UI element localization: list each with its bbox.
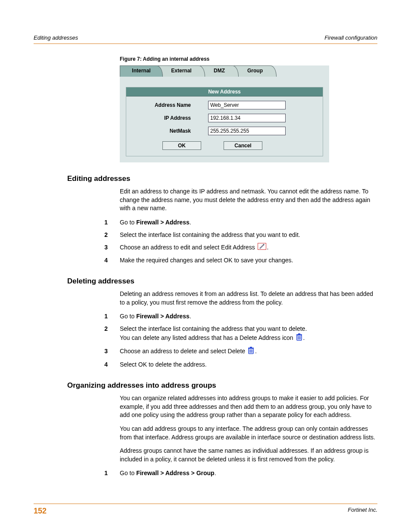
step-text: Choose an address to edit and select Edi… bbox=[120, 243, 377, 252]
label-address-name: Address Name bbox=[135, 102, 208, 108]
label-netmask: NetMask bbox=[135, 128, 208, 134]
svg-rect-11 bbox=[248, 348, 254, 348]
heading-deleting-addresses: Deleting addresses bbox=[67, 277, 377, 286]
svg-rect-5 bbox=[296, 334, 302, 335]
page-footer: 152 Fortinet Inc. bbox=[34, 504, 377, 516]
step-text: Select OK to delete the address. bbox=[120, 360, 377, 369]
edit-address-icon bbox=[258, 243, 266, 252]
page-number: 152 bbox=[34, 507, 47, 516]
tab-external[interactable]: External bbox=[158, 65, 205, 77]
svg-rect-6 bbox=[298, 333, 300, 334]
step-number: 1 bbox=[34, 469, 120, 478]
delete-address-icon bbox=[296, 333, 302, 343]
heading-editing-addresses: Editing addresses bbox=[67, 174, 377, 183]
step-number: 3 bbox=[34, 347, 120, 357]
tab-row: Internal External DMZ Group bbox=[120, 65, 329, 78]
step-text: Go to Firewall > Address > Group. bbox=[120, 469, 377, 478]
step-number: 4 bbox=[34, 256, 120, 265]
para-groups-1: You can organize related addresses into … bbox=[120, 394, 377, 420]
step-number: 1 bbox=[34, 218, 120, 227]
step-number: 2 bbox=[34, 324, 120, 343]
figure-screenshot: Internal External DMZ Group New Address … bbox=[120, 65, 329, 162]
ok-button[interactable]: OK bbox=[162, 141, 201, 150]
step-text: Make the required changes and select OK … bbox=[120, 256, 377, 265]
tab-group[interactable]: Group bbox=[234, 65, 277, 77]
step-number: 3 bbox=[34, 243, 120, 252]
header-left: Editing addresses bbox=[34, 34, 78, 41]
footer-company: Fortinet Inc. bbox=[348, 507, 377, 516]
para-groups-3: Address groups cannot have the same name… bbox=[120, 447, 377, 464]
para-edit-intro: Edit an address to change its IP address… bbox=[120, 187, 377, 213]
figure-caption: Figure 7: Adding an internal address bbox=[120, 56, 377, 62]
tab-dmz[interactable]: DMZ bbox=[200, 65, 239, 77]
step-text: Select the interface list containing the… bbox=[120, 230, 377, 240]
step-number: 4 bbox=[34, 360, 120, 369]
step-number: 2 bbox=[34, 230, 120, 240]
header-right: Firewall configuration bbox=[324, 34, 377, 41]
svg-rect-12 bbox=[250, 347, 252, 348]
cancel-button[interactable]: Cancel bbox=[224, 141, 262, 150]
step-text: Go to Firewall > Address. bbox=[120, 312, 377, 321]
para-delete-intro: Deleting an address removes it from an a… bbox=[120, 290, 377, 307]
delete-icon bbox=[248, 347, 254, 357]
input-netmask[interactable] bbox=[208, 127, 286, 135]
step-text: Go to Firewall > Address. bbox=[120, 218, 377, 227]
para-groups-2: You can add address groups to any interf… bbox=[120, 425, 377, 442]
step-number: 1 bbox=[34, 312, 120, 321]
running-header: Editing addresses Firewall configuration bbox=[34, 34, 377, 44]
heading-address-groups: Organizing addresses into address groups bbox=[67, 381, 377, 390]
tab-internal[interactable]: Internal bbox=[120, 65, 163, 77]
input-address-name[interactable] bbox=[208, 101, 286, 109]
panel-title: New Address bbox=[126, 87, 323, 96]
step-text: Choose an address to delete and select D… bbox=[120, 347, 377, 357]
label-ip-address: IP Address bbox=[135, 115, 208, 121]
step-text: Select the interface list containing the… bbox=[120, 324, 377, 343]
input-ip-address[interactable] bbox=[208, 114, 286, 122]
